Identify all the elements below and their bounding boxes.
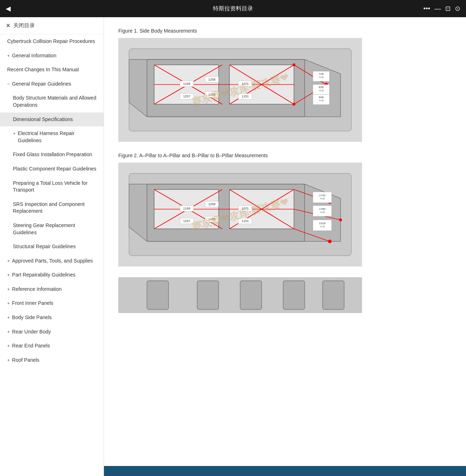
toggle-part-repairability: + [7, 272, 10, 278]
svg-text:1169: 1169 [183, 82, 190, 86]
svg-text:1071: 1071 [242, 82, 249, 86]
top-bar: ◀ 特斯拉资料目录 ••• — ⊡ ⊙ [0, 0, 466, 17]
svg-text:1168: 1168 [208, 217, 215, 221]
svg-text:946: 946 [319, 96, 324, 99]
top-bar-right: ••• — ⊡ ⊙ [423, 5, 460, 13]
sidebar-item-front-inner[interactable]: + Front Inner Panels [0, 296, 104, 311]
close-toc-icon: ✕ [6, 22, 10, 29]
main-content: Figure 1. Side Body Measurements 赛攻赛❤攻库·… [104, 17, 466, 476]
svg-text:1257: 1257 [183, 95, 190, 98]
sidebar-item-part-repairability[interactable]: + Part Repairability Guidelines [0, 268, 104, 282]
sidebar-item-electrical-harness[interactable]: + Electrical Harness Repair Guidelines [0, 126, 104, 148]
sidebar-label-approved-parts: Approved Parts, Tools, and Supplies [12, 258, 93, 265]
svg-text:1742: 1742 [319, 194, 325, 197]
resize-icon[interactable]: ⊡ [445, 5, 451, 13]
svg-text:1071: 1071 [242, 207, 249, 210]
toggle-front-inner: + [7, 300, 10, 307]
svg-text:+/-3: +/-3 [319, 89, 323, 92]
close-toc-button[interactable]: ✕ 关闭目录 [0, 17, 104, 34]
toggle-body-side: + [7, 314, 10, 321]
svg-text:1151: 1151 [242, 219, 249, 223]
svg-text:1258: 1258 [208, 202, 215, 206]
sidebar-item-structural-repair[interactable]: Structural Repair Guidelines [0, 240, 104, 254]
sidebar-label-body-side: Body Side Panels [12, 314, 52, 321]
svg-point-49 [339, 218, 342, 221]
svg-rect-73 [240, 281, 262, 309]
svg-rect-74 [283, 281, 305, 309]
sidebar-item-srs-inspection[interactable]: SRS Inspection and Component Replacement [0, 197, 104, 218]
close-toc-label: 关闭目录 [13, 22, 35, 29]
toggle-rear-end: + [7, 343, 10, 349]
sidebar-item-rear-under[interactable]: + Rear Under Body [0, 325, 104, 339]
sidebar-label-srs-inspection: SRS Inspection and Component Replacement [13, 201, 98, 215]
figure1-caption: Figure 1. Side Body Measurements [118, 28, 452, 34]
top-bar-left: ◀ [6, 5, 11, 13]
toggle-general-info: + [7, 53, 10, 59]
sidebar-item-cybertruck[interactable]: Cybertruck Collision Repair Procedures [0, 34, 104, 49]
svg-rect-75 [323, 281, 344, 309]
svg-text:1151: 1151 [242, 95, 249, 98]
sidebar-label-cybertruck: Cybertruck Collision Repair Procedures [7, 38, 95, 45]
svg-text:1258: 1258 [208, 78, 215, 81]
sidebar-item-steering-gear[interactable]: Steering Gear Replacement Guidelines [0, 218, 104, 240]
record-icon[interactable]: ⊙ [455, 5, 460, 13]
sidebar-label-electrical-harness: Electrical Harness Repair Guidelines [18, 130, 98, 144]
sidebar-label-dimensional: Dimensional Specifications [13, 116, 73, 123]
sidebar-item-roof-panels[interactable]: + Roof Panels [0, 353, 104, 367]
sidebar-label-steering-gear: Steering Gear Replacement Guidelines [13, 222, 98, 236]
toggle-rear-under: + [7, 329, 10, 335]
sidebar-label-general-repair: General Repair Guidelines [12, 81, 71, 88]
sidebar-label-front-inner: Front Inner Panels [12, 300, 53, 307]
svg-text:+/-3: +/-3 [319, 76, 323, 78]
sidebar-item-fixed-glass[interactable]: Fixed Glass Installation Preparation [0, 148, 104, 162]
sidebar-label-part-repairability: Part Repairability Guidelines [12, 271, 76, 279]
sidebar-item-preparing-total[interactable]: Preparing a Total Loss Vehicle for Trans… [0, 176, 104, 197]
svg-text:1169: 1169 [183, 207, 190, 210]
svg-rect-72 [197, 281, 219, 309]
sidebar-item-reference-info[interactable]: + Reference Information [0, 282, 104, 297]
svg-text:1168: 1168 [208, 93, 215, 96]
sidebar-label-recent-changes: Recent Changes In This Manual [7, 66, 79, 73]
sidebar-label-reference-info: Reference Information [12, 286, 62, 293]
minimize-icon[interactable]: — [434, 5, 441, 13]
sidebar-item-rear-end[interactable]: + Rear End Panels [0, 339, 104, 353]
back-icon[interactable]: ◀ [6, 5, 11, 13]
sidebar-label-roof-panels: Roof Panels [12, 357, 39, 364]
figure1-diagram: 赛攻赛❤攻库·赛攻赛❤ [118, 38, 362, 142]
sidebar-item-general-info[interactable]: + General Information [0, 49, 104, 63]
toggle-electrical-harness: + [13, 130, 16, 137]
svg-point-12 [293, 63, 295, 66]
sidebar-item-plastic-component[interactable]: Plastic Component Repair Guidelines [0, 162, 104, 176]
svg-text:+/-3: +/-3 [319, 99, 323, 102]
sidebar-label-body-structure: Body Structure Materials and Allowed Ope… [13, 95, 98, 109]
svg-text:728: 728 [319, 72, 324, 76]
more-icon[interactable]: ••• [423, 5, 430, 13]
sidebar-label-plastic-component: Plastic Component Repair Guidelines [13, 165, 96, 173]
svg-text:1318: 1318 [319, 222, 325, 225]
sidebar-label-fixed-glass: Fixed Glass Installation Preparation [13, 151, 92, 158]
sidebar-item-dimensional[interactable]: Dimensional Specifications [0, 112, 104, 127]
sidebar: ✕ 关闭目录 Cybertruck Collision Repair Proce… [0, 17, 104, 476]
figure2-diagram: 赛攻赛❤攻库·赛攻赛❤ [118, 163, 362, 266]
sidebar-item-recent-changes[interactable]: Recent Changes In This Manual [0, 63, 104, 77]
sidebar-label-rear-end: Rear End Panels [12, 342, 50, 350]
top-bar-title: 特斯拉资料目录 [213, 5, 253, 13]
svg-text:1780: 1780 [319, 207, 325, 211]
svg-text:+/-3: +/-3 [320, 211, 324, 213]
sidebar-label-structural-repair: Structural Repair Guidelines [13, 243, 76, 250]
sidebar-label-general-info: General Information [12, 52, 57, 59]
bottom-bar [104, 466, 466, 476]
sidebar-item-body-side[interactable]: + Body Side Panels [0, 311, 104, 325]
toggle-approved-parts: + [7, 258, 10, 264]
toggle-roof-panels: + [7, 357, 10, 364]
figure2-caption: Figure 2. A–Pillar to A–Pillar and B–Pil… [118, 153, 452, 158]
sidebar-item-approved-parts[interactable]: + Approved Parts, Tools, and Supplies [0, 254, 104, 268]
svg-point-13 [293, 103, 295, 106]
sidebar-item-body-structure[interactable]: Body Structure Materials and Allowed Ope… [0, 91, 104, 112]
svg-text:+/-3: +/-3 [320, 197, 324, 200]
toggle-general-repair: − [7, 81, 10, 87]
svg-rect-71 [147, 281, 168, 309]
svg-text:+/-3: +/-3 [320, 225, 324, 228]
toggle-reference-info: + [7, 286, 10, 293]
sidebar-item-general-repair[interactable]: − General Repair Guidelines [0, 77, 104, 91]
